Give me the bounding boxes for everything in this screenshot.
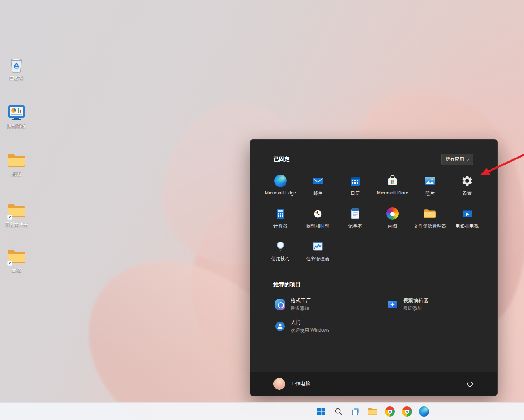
alarm-clock-icon bbox=[312, 207, 324, 220]
photos-icon bbox=[424, 175, 436, 187]
recommended-item-format-factory[interactable]: 格式工厂 最近添加 bbox=[269, 294, 381, 315]
desktop-icon-label: 文档 bbox=[12, 267, 21, 274]
pinned-app-label: 计算器 bbox=[273, 223, 287, 229]
all-apps-label: 所有应用 bbox=[445, 156, 464, 163]
pinned-app-notepad[interactable]: 记事本 bbox=[336, 206, 374, 238]
chrome-2-button[interactable] bbox=[399, 404, 415, 419]
movies-tv-icon bbox=[461, 207, 473, 220]
pinned-app-microsoft-edge[interactable]: Microsoft Edge bbox=[262, 173, 299, 206]
power-button[interactable] bbox=[462, 376, 478, 392]
recommended-item-title: 格式工厂 bbox=[291, 297, 311, 304]
lightbulb-icon bbox=[274, 240, 287, 252]
pinned-app-label: 日历 bbox=[351, 190, 360, 197]
recommended-item-subtitle: 最近添加 bbox=[403, 305, 428, 312]
edge-button[interactable] bbox=[416, 404, 432, 419]
start-menu: 已固定 所有应用 › Microsoft Edge 邮件 bbox=[250, 139, 498, 396]
desktop-icon-control-panel[interactable]: 控制面板 bbox=[2, 104, 31, 130]
store-icon bbox=[386, 175, 399, 187]
desktop-icon-sample-folder[interactable]: 示例文件夹 bbox=[2, 202, 31, 228]
recommended-item-title: 入门 bbox=[291, 319, 329, 326]
search-button[interactable] bbox=[331, 404, 346, 419]
recommended-item-subtitle: 欢迎使用 Windows bbox=[291, 327, 329, 334]
video-editor-icon bbox=[387, 299, 398, 310]
taskbar-icons bbox=[314, 404, 432, 419]
all-apps-button[interactable]: 所有应用 › bbox=[441, 154, 473, 165]
recommended-item-title: 视频编辑器 bbox=[403, 297, 428, 304]
start-button[interactable] bbox=[314, 404, 329, 419]
edge-icon bbox=[274, 175, 287, 187]
desktop-icon-desktop-folder[interactable]: 桌面 bbox=[2, 152, 31, 177]
pinned-app-label: 使用技巧 bbox=[271, 256, 290, 262]
folder-shortcut-icon bbox=[7, 248, 26, 265]
chevron-right-icon: › bbox=[467, 158, 469, 161]
calculator-icon bbox=[274, 207, 287, 220]
folder-icon bbox=[424, 207, 436, 220]
task-view-button[interactable] bbox=[348, 404, 363, 419]
folder-shortcut-icon bbox=[7, 202, 26, 219]
pinned-app-alarms-clock[interactable]: 闹钟和时钟 bbox=[299, 206, 336, 238]
pinned-app-calculator[interactable]: 计算器 bbox=[262, 206, 299, 238]
pinned-header: 已固定 bbox=[273, 156, 290, 163]
pinned-app-label: Microsoft Edge bbox=[265, 190, 296, 196]
taskbar bbox=[0, 402, 524, 420]
start-menu-header: 已固定 所有应用 › bbox=[273, 154, 473, 165]
chrome-button[interactable] bbox=[382, 404, 398, 419]
windows-logo-icon bbox=[317, 407, 326, 416]
pinned-app-label: 闹钟和时钟 bbox=[306, 223, 329, 229]
mail-icon bbox=[312, 175, 324, 187]
get-started-icon bbox=[275, 321, 286, 332]
folder-icon bbox=[368, 407, 378, 416]
pinned-app-label: 设置 bbox=[463, 190, 472, 197]
recommended-item-get-started[interactable]: 入门 欢迎使用 Windows bbox=[269, 315, 381, 337]
folder-icon bbox=[7, 152, 26, 169]
edge-icon bbox=[419, 406, 429, 416]
pinned-app-label: 记事本 bbox=[348, 223, 362, 229]
paint-palette-icon bbox=[386, 207, 399, 220]
notepad-icon bbox=[349, 207, 361, 220]
pinned-app-label: 文件资源管理器 bbox=[414, 223, 446, 229]
control-panel-icon bbox=[7, 104, 26, 121]
recommended-item-video-editor[interactable]: 视频编辑器 最近添加 bbox=[381, 294, 494, 315]
chrome-icon bbox=[402, 406, 412, 416]
pinned-app-label: 画图 bbox=[388, 223, 397, 229]
pinned-app-label: 邮件 bbox=[313, 190, 322, 197]
task-view-icon bbox=[351, 407, 360, 416]
pinned-app-file-explorer[interactable]: 文件资源管理器 bbox=[411, 206, 449, 238]
settings-gear-icon bbox=[461, 175, 473, 187]
desktop-icon-label: 控制面板 bbox=[7, 123, 26, 130]
pinned-app-photos[interactable]: 照片 bbox=[411, 173, 449, 206]
pinned-app-label: 任务管理器 bbox=[306, 256, 329, 262]
shortcut-arrow-icon bbox=[7, 261, 12, 266]
format-factory-icon bbox=[275, 299, 286, 310]
desktop-icon-documents[interactable]: 文档 bbox=[2, 248, 31, 274]
search-icon bbox=[334, 407, 343, 416]
pinned-app-paint[interactable]: 画图 bbox=[374, 206, 411, 238]
pinned-app-movies-tv[interactable]: 电影和电视 bbox=[449, 206, 486, 238]
user-avatar bbox=[273, 378, 285, 390]
pinned-app-label: Microsoft Store bbox=[377, 190, 408, 196]
user-name: 工作电脑 bbox=[290, 380, 310, 387]
recommended-item-subtitle: 最近添加 bbox=[291, 305, 311, 312]
pinned-app-microsoft-store[interactable]: Microsoft Store bbox=[374, 173, 411, 206]
user-profile-button[interactable]: 工作电脑 bbox=[273, 376, 314, 391]
desktop-icon-label: 桌面 bbox=[12, 171, 21, 177]
desktop-icon-recycle-bin[interactable]: 回收站 bbox=[2, 56, 31, 82]
shortcut-arrow-icon bbox=[7, 215, 12, 220]
pinned-app-label: 照片 bbox=[425, 190, 435, 197]
pinned-app-settings[interactable]: 设置 bbox=[449, 173, 486, 206]
power-icon bbox=[466, 380, 474, 388]
desktop-icon-label: 示例文件夹 bbox=[5, 221, 28, 228]
pinned-apps-grid: Microsoft Edge 邮件 bbox=[262, 173, 486, 271]
task-manager-icon bbox=[312, 240, 324, 252]
file-explorer-button[interactable] bbox=[365, 404, 380, 419]
recommended-grid: 格式工厂 最近添加 视频编辑器 最近添加 bbox=[269, 294, 490, 337]
calendar-icon bbox=[349, 175, 361, 187]
pinned-app-calendar[interactable]: 日历 bbox=[336, 173, 374, 206]
pinned-app-mail[interactable]: 邮件 bbox=[299, 173, 336, 206]
pinned-app-task-manager[interactable]: 任务管理器 bbox=[299, 238, 336, 271]
pinned-app-tips[interactable]: 使用技巧 bbox=[262, 238, 299, 271]
recycle-bin-icon bbox=[7, 56, 26, 73]
pinned-app-label: 电影和电视 bbox=[456, 223, 479, 229]
chrome-icon bbox=[385, 406, 395, 416]
recommended-header: 推荐的项目 bbox=[273, 281, 301, 288]
